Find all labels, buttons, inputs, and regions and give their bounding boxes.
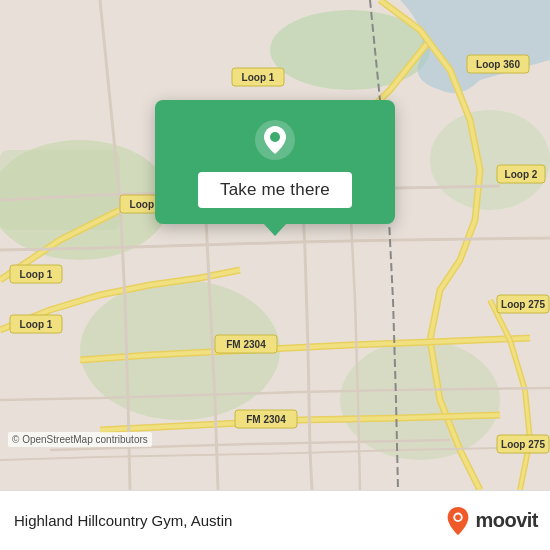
moovit-logo[interactable]: moovit [444,505,538,537]
svg-text:Loop 1: Loop 1 [20,319,53,330]
map-container[interactable]: Loop 1 Loop 1 Loop 1 Loop 360 FM 2304 FM… [0,0,550,490]
map-svg: Loop 1 Loop 1 Loop 1 Loop 360 FM 2304 FM… [0,0,550,490]
moovit-pin-icon [444,505,472,537]
svg-text:Loop 1: Loop 1 [20,269,53,280]
svg-point-28 [270,132,280,142]
take-me-there-button[interactable]: Take me there [198,172,352,208]
map-attribution: © OpenStreetMap contributors [8,432,152,447]
svg-text:FM 2304: FM 2304 [226,339,266,350]
svg-text:Loop 275: Loop 275 [501,439,545,450]
svg-text:Loop 2: Loop 2 [505,169,538,180]
svg-point-30 [456,514,462,520]
location-popup: Take me there [155,100,395,224]
pin-icon [253,118,297,162]
svg-text:Loop 275: Loop 275 [501,299,545,310]
svg-text:Loop 360: Loop 360 [476,59,520,70]
svg-text:FM 2304: FM 2304 [246,414,286,425]
svg-text:Loop 1: Loop 1 [242,72,275,83]
place-label: Highland Hillcountry Gym, Austin [14,512,232,529]
bottom-bar: Highland Hillcountry Gym, Austin moovit [0,490,550,550]
svg-point-6 [430,110,550,210]
moovit-text: moovit [475,509,538,532]
